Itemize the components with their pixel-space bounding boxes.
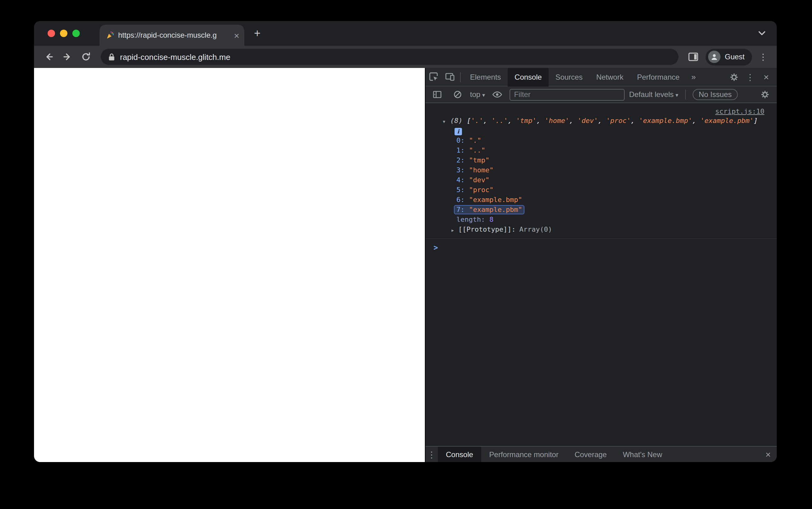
- entry-value: "tmp": [469, 156, 490, 164]
- prompt-chevron-icon: >: [434, 243, 438, 252]
- array-entry: 6:"example.bmp": [426, 195, 777, 205]
- entry-value: "proc": [469, 186, 494, 194]
- issues-badge[interactable]: No Issues: [693, 89, 738, 100]
- lock-icon: [108, 53, 115, 61]
- drawer-tab-coverage[interactable]: Coverage: [566, 446, 615, 462]
- preview-item: 'dev': [577, 117, 598, 125]
- bracket: [: [467, 117, 471, 125]
- drawer-close-icon[interactable]: [759, 446, 777, 462]
- tab-console[interactable]: Console: [508, 68, 549, 86]
- separator: ,: [598, 117, 606, 125]
- entry-key: 1:: [457, 146, 465, 155]
- separator: ,: [536, 117, 545, 125]
- devtools-panel: Elements Console Sources Network Perform…: [425, 68, 777, 462]
- dropdown-arrow-icon: [676, 90, 679, 99]
- context-selector-label: top: [470, 90, 480, 99]
- length-value: 8: [490, 215, 494, 224]
- source-location-link[interactable]: script.js:10: [715, 107, 764, 115]
- preview-item: 'tmp': [516, 117, 536, 125]
- tab-network[interactable]: Network: [589, 68, 630, 86]
- dropdown-arrow-icon: [482, 90, 485, 99]
- devtools-tabbar-actions: [726, 69, 777, 85]
- profile-button[interactable]: Guest: [706, 48, 752, 65]
- console-output: script.js:10 (8)['.', '..', 'tmp', 'home…: [426, 103, 777, 446]
- live-expression-eye-icon[interactable]: [489, 87, 505, 103]
- prototype-value: Array(0): [519, 226, 552, 234]
- device-toolbar-icon[interactable]: [442, 69, 458, 85]
- entry-key: 6:: [457, 196, 465, 204]
- side-panel-button[interactable]: [685, 48, 702, 66]
- preview-item: 'example.bmp': [639, 117, 692, 125]
- drawer-tab-whats-new[interactable]: What's New: [615, 446, 670, 462]
- length-key: length:: [457, 215, 485, 224]
- entry-value: "example.pbm": [469, 206, 522, 214]
- window-minimize-button[interactable]: [60, 30, 67, 37]
- prototype-row: [[Prototype]]:Array(0): [426, 225, 777, 235]
- browser-menu-icon[interactable]: [756, 49, 771, 64]
- expand-triangle-icon[interactable]: [451, 226, 455, 235]
- console-prompt[interactable]: >: [426, 243, 777, 253]
- divider: [685, 90, 686, 99]
- console-settings-gear-icon[interactable]: [757, 87, 773, 103]
- entry-key: 0:: [457, 137, 465, 144]
- more-tabs-icon[interactable]: [686, 72, 701, 81]
- array-preview-row: (8)['.', '..', 'tmp', 'home', 'dev', 'pr…: [426, 116, 777, 127]
- browser-tab[interactable]: https://rapid-concise-muscle.g: [100, 25, 244, 46]
- prototype-key: [[Prototype]]:: [458, 226, 516, 234]
- info-icon[interactable]: i: [455, 128, 462, 135]
- bracket: ]: [754, 117, 757, 125]
- browser-toolbar: rapid-concise-muscle.glitch.me Guest: [34, 46, 777, 68]
- drawer-tab-performance-monitor[interactable]: Performance monitor: [481, 446, 566, 462]
- filter-input[interactable]: [509, 89, 625, 100]
- drawer-menu-icon[interactable]: [426, 446, 438, 462]
- preview-item: '..': [491, 117, 508, 125]
- separator: ,: [483, 117, 492, 125]
- tab-performance[interactable]: Performance: [630, 68, 686, 86]
- log-levels-label: Default levels: [629, 90, 674, 99]
- array-length-badge: (8): [450, 117, 463, 125]
- highlight-box: 7:"example.pbm": [454, 205, 525, 214]
- preview-item: 'proc': [606, 117, 631, 125]
- devtools-tab-bar: Elements Console Sources Network Perform…: [426, 68, 777, 87]
- preview-item: '.': [471, 117, 483, 125]
- preview-item: 'home': [545, 117, 569, 125]
- devtools-close-icon[interactable]: [758, 69, 774, 85]
- log-levels-selector[interactable]: Default levels: [629, 90, 678, 99]
- separator: ,: [508, 117, 516, 125]
- avatar-icon: [708, 50, 720, 63]
- tab-elements[interactable]: Elements: [463, 68, 508, 86]
- console-toolbar: top Default levels No Issues: [426, 87, 777, 103]
- tab-close-icon[interactable]: [234, 31, 239, 40]
- profile-name: Guest: [725, 53, 745, 61]
- separator: ,: [569, 117, 577, 125]
- console-sidebar-icon[interactable]: [429, 87, 445, 103]
- array-entry: 3:"home": [426, 166, 777, 175]
- window-close-button[interactable]: [48, 30, 55, 37]
- entry-key: 4:: [457, 176, 465, 184]
- entry-key: 2:: [457, 156, 465, 164]
- array-entry-highlighted: 7:"example.pbm": [426, 205, 777, 215]
- entry-key: 3:: [457, 166, 465, 174]
- url-text: rapid-concise-muscle.glitch.me: [120, 52, 230, 62]
- tab-sources[interactable]: Sources: [549, 68, 589, 86]
- back-button[interactable]: [40, 48, 58, 66]
- array-entry: 5:"proc": [426, 185, 777, 195]
- reload-button[interactable]: [77, 48, 95, 66]
- drawer-tab-console[interactable]: Console: [438, 446, 481, 462]
- new-tab-button[interactable]: [249, 25, 265, 41]
- divider: [460, 72, 461, 82]
- forward-button[interactable]: [59, 48, 76, 66]
- info-row: i: [426, 127, 777, 136]
- context-selector[interactable]: top: [470, 90, 485, 99]
- address-bar[interactable]: rapid-concise-muscle.glitch.me: [101, 49, 679, 65]
- inspect-element-icon[interactable]: [426, 69, 442, 85]
- array-entry: 1:"..": [426, 146, 777, 156]
- tab-strip: https://rapid-concise-muscle.g: [34, 21, 777, 46]
- window-maximize-button[interactable]: [72, 30, 80, 37]
- tab-search-chevron-icon[interactable]: [758, 31, 766, 36]
- devtools-menu-icon[interactable]: [742, 69, 758, 85]
- settings-gear-icon[interactable]: [726, 69, 742, 85]
- clear-console-icon[interactable]: [449, 87, 466, 103]
- entry-value: "example.bmp": [469, 196, 522, 204]
- collapse-triangle-icon[interactable]: [442, 117, 446, 127]
